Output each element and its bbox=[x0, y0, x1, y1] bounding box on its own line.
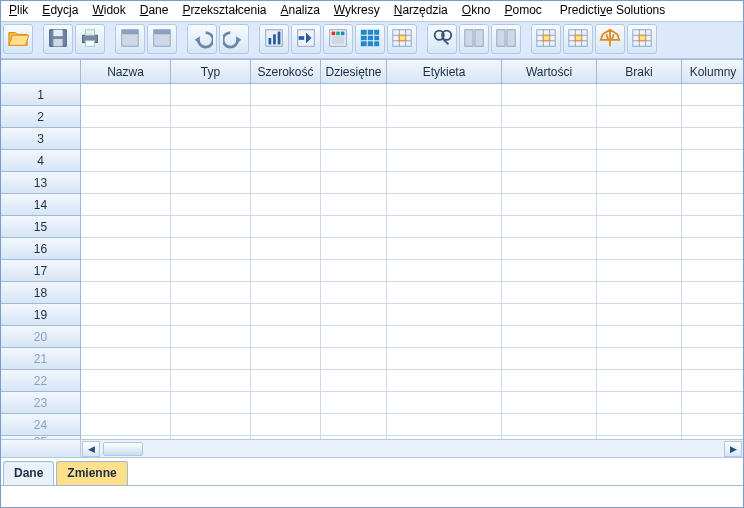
cell[interactable] bbox=[81, 172, 171, 194]
cell[interactable] bbox=[321, 106, 387, 128]
cell[interactable] bbox=[682, 304, 743, 326]
horizontal-scrollbar[interactable]: ◀ ▶ bbox=[1, 439, 743, 457]
row-header[interactable]: 24 bbox=[1, 414, 81, 436]
cell[interactable] bbox=[81, 414, 171, 436]
cell[interactable] bbox=[597, 304, 682, 326]
cell[interactable] bbox=[387, 326, 502, 348]
cell[interactable] bbox=[171, 260, 251, 282]
open-folder-button[interactable] bbox=[3, 24, 33, 54]
cell[interactable] bbox=[171, 348, 251, 370]
cell[interactable] bbox=[597, 150, 682, 172]
cell[interactable] bbox=[81, 260, 171, 282]
cell[interactable] bbox=[387, 436, 502, 439]
menu-narzędzia[interactable]: Narzędzia bbox=[394, 3, 448, 17]
cell[interactable] bbox=[387, 150, 502, 172]
cell[interactable] bbox=[171, 84, 251, 106]
cell[interactable] bbox=[682, 326, 743, 348]
cell[interactable] bbox=[321, 326, 387, 348]
split-button[interactable] bbox=[459, 24, 489, 54]
cell[interactable] bbox=[321, 370, 387, 392]
cell[interactable] bbox=[171, 172, 251, 194]
cell[interactable] bbox=[321, 304, 387, 326]
column-header-typ[interactable]: Typ bbox=[171, 60, 251, 84]
tab-dane[interactable]: Dane bbox=[3, 461, 54, 485]
cell[interactable] bbox=[321, 238, 387, 260]
cell[interactable] bbox=[321, 216, 387, 238]
cell[interactable] bbox=[81, 326, 171, 348]
cell[interactable] bbox=[251, 84, 321, 106]
cell[interactable] bbox=[387, 282, 502, 304]
cell[interactable] bbox=[171, 392, 251, 414]
vars-button[interactable] bbox=[323, 24, 353, 54]
cell[interactable] bbox=[597, 348, 682, 370]
cell[interactable] bbox=[387, 128, 502, 150]
cell[interactable] bbox=[387, 370, 502, 392]
grid-body[interactable]: 123413141516171819202122232425 bbox=[1, 84, 743, 439]
cell[interactable] bbox=[502, 414, 597, 436]
cell[interactable] bbox=[81, 392, 171, 414]
row-header[interactable]: 2 bbox=[1, 106, 81, 128]
cell[interactable] bbox=[171, 414, 251, 436]
cell[interactable] bbox=[682, 172, 743, 194]
cell[interactable] bbox=[597, 172, 682, 194]
cell[interactable] bbox=[321, 282, 387, 304]
row-header[interactable]: 18 bbox=[1, 282, 81, 304]
column-header-szerokość[interactable]: Szerokość bbox=[251, 60, 321, 84]
cell[interactable] bbox=[81, 370, 171, 392]
cell[interactable] bbox=[682, 128, 743, 150]
column-header-nazwa[interactable]: Nazwa bbox=[81, 60, 171, 84]
value-labels-button[interactable] bbox=[563, 24, 593, 54]
column-header-wartości[interactable]: Wartości bbox=[502, 60, 597, 84]
doc1-button[interactable] bbox=[115, 24, 145, 54]
row-header[interactable]: 4 bbox=[1, 150, 81, 172]
cell[interactable] bbox=[682, 260, 743, 282]
cell[interactable] bbox=[321, 348, 387, 370]
cell[interactable] bbox=[81, 150, 171, 172]
cell[interactable] bbox=[251, 216, 321, 238]
weight-cases-button[interactable] bbox=[531, 24, 561, 54]
cell[interactable] bbox=[171, 128, 251, 150]
split2-button[interactable] bbox=[491, 24, 521, 54]
cell[interactable] bbox=[597, 414, 682, 436]
cell[interactable] bbox=[597, 392, 682, 414]
cell[interactable] bbox=[682, 348, 743, 370]
cell[interactable] bbox=[171, 194, 251, 216]
cell[interactable] bbox=[387, 238, 502, 260]
cell[interactable] bbox=[597, 106, 682, 128]
menu-analiza[interactable]: Analiza bbox=[280, 3, 319, 17]
cell[interactable] bbox=[171, 150, 251, 172]
cell[interactable] bbox=[251, 128, 321, 150]
cell[interactable] bbox=[81, 238, 171, 260]
redo-button[interactable] bbox=[219, 24, 249, 54]
cell[interactable] bbox=[251, 238, 321, 260]
tab-zmienne[interactable]: Zmienne bbox=[56, 461, 127, 485]
cell[interactable] bbox=[502, 216, 597, 238]
column-header-braki[interactable]: Braki bbox=[597, 60, 682, 84]
cell[interactable] bbox=[171, 106, 251, 128]
cell[interactable] bbox=[597, 238, 682, 260]
cell[interactable] bbox=[597, 194, 682, 216]
undo-button[interactable] bbox=[187, 24, 217, 54]
cell[interactable] bbox=[81, 106, 171, 128]
cell[interactable] bbox=[597, 216, 682, 238]
cell[interactable] bbox=[81, 282, 171, 304]
corner-cell[interactable] bbox=[1, 60, 81, 84]
cell[interactable] bbox=[251, 326, 321, 348]
cell[interactable] bbox=[251, 414, 321, 436]
cell[interactable] bbox=[502, 282, 597, 304]
row-header[interactable]: 3 bbox=[1, 128, 81, 150]
cell[interactable] bbox=[251, 194, 321, 216]
cell[interactable] bbox=[81, 84, 171, 106]
cell[interactable] bbox=[251, 392, 321, 414]
menu-widok[interactable]: Widok bbox=[92, 3, 125, 17]
cell[interactable] bbox=[321, 194, 387, 216]
cell[interactable] bbox=[502, 172, 597, 194]
cell[interactable] bbox=[597, 128, 682, 150]
cell[interactable] bbox=[502, 436, 597, 439]
cell[interactable] bbox=[171, 216, 251, 238]
cell[interactable] bbox=[387, 216, 502, 238]
cell[interactable] bbox=[321, 436, 387, 439]
cell[interactable] bbox=[321, 260, 387, 282]
cell[interactable] bbox=[682, 238, 743, 260]
cell[interactable] bbox=[81, 348, 171, 370]
